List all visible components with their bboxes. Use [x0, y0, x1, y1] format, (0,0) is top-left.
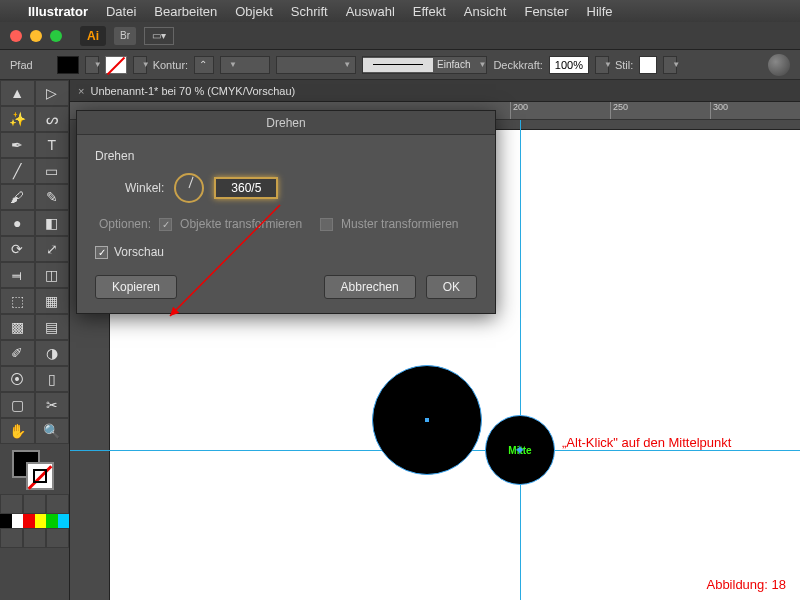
rectangle-tool[interactable]: ▭	[35, 158, 70, 184]
bridge-icon[interactable]: Br	[114, 27, 136, 45]
paintbrush-tool[interactable]: 🖌	[0, 184, 35, 210]
ruler-tick: 300	[710, 102, 728, 119]
stroke-weight-input[interactable]: ▼	[220, 56, 270, 74]
document-tab[interactable]: × Unbenannt-1* bei 70 % (CMYK/Vorschau)	[70, 80, 800, 102]
mesh-tool[interactable]: ▩	[0, 314, 35, 340]
line-tool[interactable]: ╱	[0, 158, 35, 184]
pencil-tool[interactable]: ✎	[35, 184, 70, 210]
eyedropper-tool[interactable]: ✐	[0, 340, 35, 366]
menu-bearbeiten[interactable]: Bearbeiten	[154, 4, 217, 19]
ok-button[interactable]: OK	[426, 275, 477, 299]
workspace-switcher[interactable]: ▭▾	[144, 27, 174, 45]
zoom-tool[interactable]: 🔍	[35, 418, 70, 444]
column-graph-tool[interactable]: ▯	[35, 366, 70, 392]
eraser-tool[interactable]: ◧	[35, 210, 70, 236]
pen-tool[interactable]: ✒	[0, 132, 35, 158]
document-tab-label: Unbenannt-1* bei 70 % (CMYK/Vorschau)	[90, 85, 295, 97]
app-icon: Ai	[80, 26, 106, 46]
perspective-grid-tool[interactable]: ▦	[35, 288, 70, 314]
variable-width-profile[interactable]: ▼	[276, 56, 356, 74]
options-label: Optionen:	[99, 217, 151, 231]
stroke-color[interactable]	[26, 462, 54, 490]
annotation-alt-click: „Alt-Klick" auf den Mittelpunkt	[562, 435, 731, 450]
angle-dial[interactable]	[174, 173, 204, 203]
magic-wand-tool[interactable]: ✨	[0, 106, 35, 132]
screen-mode-full[interactable]	[23, 528, 46, 548]
fill-swatch[interactable]	[57, 56, 79, 74]
menu-schrift[interactable]: Schrift	[291, 4, 328, 19]
menu-effekt[interactable]: Effekt	[413, 4, 446, 19]
app-titlebar: Ai Br ▭▾	[0, 22, 800, 50]
graphic-style-swatch[interactable]	[639, 56, 657, 74]
figure-label: Abbildung: 18	[706, 577, 786, 592]
shape-builder-tool[interactable]: ⬚	[0, 288, 35, 314]
stroke-weight-link[interactable]: ⌃	[194, 56, 214, 74]
menu-ansicht[interactable]: Ansicht	[464, 4, 507, 19]
close-icon[interactable]	[10, 30, 22, 42]
transform-objects-checkbox[interactable]: ✓	[159, 218, 172, 231]
guide-vertical[interactable]	[520, 120, 521, 600]
angle-input[interactable]	[214, 177, 278, 199]
brush-definition[interactable]: Einfach▼	[362, 56, 487, 74]
blob-brush-tool[interactable]: ●	[0, 210, 35, 236]
scale-tool[interactable]: ⤢	[35, 236, 70, 262]
angle-label: Winkel:	[125, 181, 164, 195]
opacity-dropdown[interactable]: ▼	[595, 56, 609, 74]
screen-mode-presentation[interactable]	[46, 528, 69, 548]
lasso-tool[interactable]: ᔕ	[35, 106, 70, 132]
direct-selection-tool[interactable]: ▷	[35, 80, 70, 106]
fill-stroke-control[interactable]	[0, 444, 69, 494]
menubar-app[interactable]: Illustrator	[28, 4, 88, 19]
artboard-tool[interactable]: ▢	[0, 392, 35, 418]
rotate-pivot-icon[interactable]: ✦	[514, 442, 526, 458]
gradient-mode[interactable]	[23, 494, 46, 514]
transform-patterns-checkbox[interactable]	[320, 218, 333, 231]
minimize-icon[interactable]	[30, 30, 42, 42]
color-mode[interactable]	[0, 494, 23, 514]
cancel-button[interactable]: Abbrechen	[324, 275, 416, 299]
copy-button[interactable]: Kopieren	[95, 275, 177, 299]
menu-auswahl[interactable]: Auswahl	[346, 4, 395, 19]
menu-fenster[interactable]: Fenster	[524, 4, 568, 19]
screen-mode-normal[interactable]	[0, 528, 23, 548]
width-tool[interactable]: ⫤	[0, 262, 35, 288]
selection-type-label: Pfad	[10, 59, 33, 71]
symbol-sprayer-tool[interactable]: ⦿	[0, 366, 35, 392]
maximize-icon[interactable]	[50, 30, 62, 42]
style-dropdown[interactable]: ▼	[663, 56, 677, 74]
transform-patterns-label: Muster transformieren	[341, 217, 458, 231]
opacity-input[interactable]	[549, 56, 589, 74]
menu-objekt[interactable]: Objekt	[235, 4, 273, 19]
preview-label: Vorschau	[114, 245, 164, 259]
menu-datei[interactable]: Datei	[106, 4, 136, 19]
close-tab-icon[interactable]: ×	[78, 85, 84, 97]
free-transform-tool[interactable]: ◫	[35, 262, 70, 288]
stroke-dropdown[interactable]: ▼	[133, 56, 147, 74]
stroke-swatch[interactable]	[105, 56, 127, 74]
hand-tool[interactable]: ✋	[0, 418, 35, 444]
transform-objects-label: Objekte transformieren	[180, 217, 302, 231]
dialog-title: Drehen	[77, 111, 495, 135]
large-circle-object[interactable]	[372, 365, 482, 475]
dialog-section-label: Drehen	[95, 149, 477, 163]
slice-tool[interactable]: ✂	[35, 392, 70, 418]
style-label: Stil:	[615, 59, 633, 71]
tool-panel: ▲ ▷ ✨ ᔕ ✒ T ╱ ▭ 🖌 ✎ ● ◧ ⟳ ⤢ ⫤ ◫ ⬚ ▦ ▩ ▤ …	[0, 80, 70, 600]
preview-checkbox[interactable]: ✓	[95, 246, 108, 259]
blend-tool[interactable]: ◑	[35, 340, 70, 366]
window-controls	[10, 30, 62, 42]
document-setup-icon[interactable]	[768, 54, 790, 76]
menu-hilfe[interactable]: Hilfe	[587, 4, 613, 19]
opacity-label: Deckkraft:	[493, 59, 543, 71]
gradient-tool[interactable]: ▤	[35, 314, 70, 340]
selection-tool[interactable]: ▲	[0, 80, 35, 106]
rotate-tool[interactable]: ⟳	[0, 236, 35, 262]
type-tool[interactable]: T	[35, 132, 70, 158]
none-mode[interactable]	[46, 494, 69, 514]
center-point-icon	[425, 418, 429, 422]
control-bar: Pfad ▼ ▼ Kontur: ⌃ ▼ ▼ Einfach▼ Deckkraf…	[0, 50, 800, 80]
swatch-row[interactable]	[0, 514, 69, 528]
fill-dropdown[interactable]: ▼	[85, 56, 99, 74]
stroke-label: Kontur:	[153, 59, 188, 71]
ruler-tick: 250	[610, 102, 628, 119]
